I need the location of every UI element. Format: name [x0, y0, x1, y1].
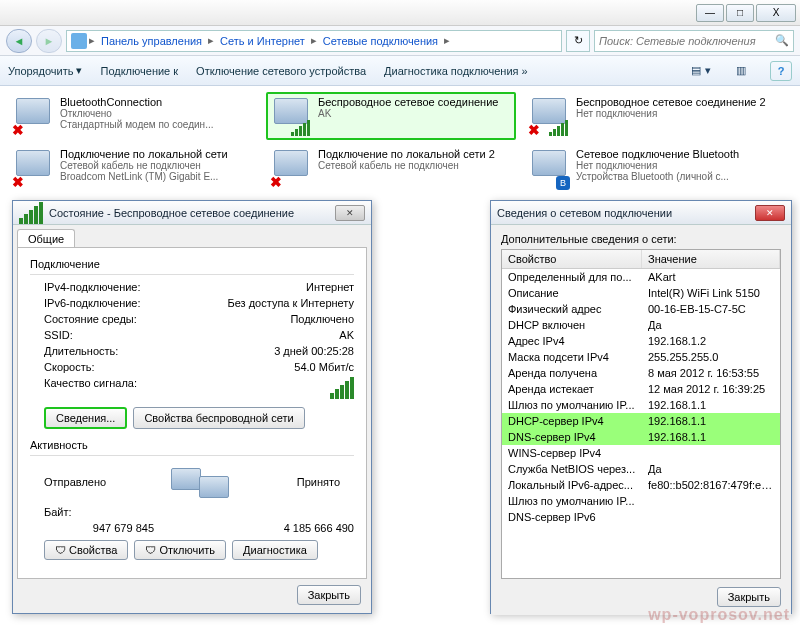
- status-dialog: Состояние - Беспроводное сетевое соедине…: [12, 200, 372, 614]
- table-row[interactable]: Локальный IPv6-адрес...fe80::b502:8167:4…: [502, 477, 780, 493]
- property-cell: DNS-сервер IPv4: [502, 430, 642, 444]
- sent-label: Отправлено: [44, 476, 106, 488]
- breadcrumb[interactable]: ▸ Панель управления ▸ Сеть и Интернет ▸ …: [66, 30, 562, 52]
- value-cell: [642, 494, 780, 508]
- table-row[interactable]: Шлюз по умолчанию IP...192.168.1.1: [502, 397, 780, 413]
- close-button[interactable]: Закрыть: [717, 587, 781, 607]
- connect-to-button[interactable]: Подключение к: [100, 65, 178, 77]
- breadcrumb-item[interactable]: Сеть и Интернет: [216, 35, 309, 47]
- close-button[interactable]: Закрыть: [297, 585, 361, 605]
- dialog-title: Состояние - Беспроводное сетевое соедине…: [49, 207, 329, 219]
- chevron-right-icon: ▸: [208, 34, 214, 47]
- dialog-title: Сведения о сетевом подключении: [497, 207, 749, 219]
- connection-item[interactable]: Беспроводное сетевое соединениеAK: [266, 92, 516, 140]
- value-cell: 192.168.1.2: [642, 334, 780, 348]
- value-cell: 255.255.255.0: [642, 350, 780, 364]
- table-row[interactable]: Аренда истекает12 мая 2012 г. 16:39:25: [502, 381, 780, 397]
- properties-button[interactable]: 🛡 Свойства: [44, 540, 128, 560]
- table-row[interactable]: DNS-сервер IPv6: [502, 509, 780, 525]
- connection-item[interactable]: ✖Подключение по локальной сетиСетевой ка…: [8, 144, 258, 192]
- property-cell: DHCP включен: [502, 318, 642, 332]
- property-cell: Маска подсети IPv4: [502, 350, 642, 364]
- value-cell: [642, 446, 780, 460]
- connection-status: Сетевой кабель не подключен: [318, 160, 512, 171]
- tab-general[interactable]: Общие: [17, 229, 75, 247]
- connection-item[interactable]: ✖Подключение по локальной сети 2Сетевой …: [266, 144, 516, 192]
- chevron-right-icon: ▸: [311, 34, 317, 47]
- back-button[interactable]: ◄: [6, 29, 32, 53]
- connection-item[interactable]: BСетевое подключение BluetoothНет подклю…: [524, 144, 774, 192]
- table-row[interactable]: DNS-сервер IPv4192.168.1.1: [502, 429, 780, 445]
- property-cell: Шлюз по умолчанию IP...: [502, 398, 642, 412]
- table-row[interactable]: Физический адрес00-16-EB-15-C7-5C: [502, 301, 780, 317]
- dialog-titlebar[interactable]: Сведения о сетевом подключении ✕: [491, 201, 791, 225]
- value-cell: 00-16-EB-15-C7-5C: [642, 302, 780, 316]
- col-value-header[interactable]: Значение: [642, 250, 780, 268]
- details-button[interactable]: Сведения...: [44, 407, 127, 429]
- connection-item[interactable]: ✖BluetoothConnectionОтключеноСтандартный…: [8, 92, 258, 140]
- chevron-down-icon: »: [522, 65, 528, 77]
- search-input[interactable]: 🔍: [594, 30, 794, 52]
- refresh-button[interactable]: ↻: [566, 30, 590, 52]
- ipv4-value: Интернет: [306, 281, 354, 293]
- view-mode-button[interactable]: ▤ ▾: [690, 61, 712, 81]
- dialog-close-button[interactable]: ✕: [335, 205, 365, 221]
- forward-button[interactable]: ►: [36, 29, 62, 53]
- ipv6-value: Без доступа к Интернету: [227, 297, 354, 309]
- connection-name: Беспроводное сетевое соединение: [318, 96, 512, 108]
- close-button[interactable]: X: [756, 4, 796, 22]
- connection-icon: [270, 96, 312, 138]
- disable-button[interactable]: 🛡 Отключить: [134, 540, 226, 560]
- connection-item[interactable]: ✖Беспроводное сетевое соединение 2Нет по…: [524, 92, 774, 140]
- table-row[interactable]: Шлюз по умолчанию IP...: [502, 493, 780, 509]
- dialog-titlebar[interactable]: Состояние - Беспроводное сетевое соедине…: [13, 201, 371, 225]
- connection-icon: B: [528, 148, 570, 190]
- help-button[interactable]: ?: [770, 61, 792, 81]
- media-state-value: Подключено: [290, 313, 354, 325]
- property-cell: Физический адрес: [502, 302, 642, 316]
- breadcrumb-item[interactable]: Панель управления: [97, 35, 206, 47]
- wireless-properties-button[interactable]: Свойства беспроводной сети: [133, 407, 304, 429]
- table-row[interactable]: ОписаниеIntel(R) WiFi Link 5150: [502, 285, 780, 301]
- property-cell: Аренда истекает: [502, 382, 642, 396]
- table-row[interactable]: Маска подсети IPv4255.255.255.0: [502, 349, 780, 365]
- dialog-close-button[interactable]: ✕: [755, 205, 785, 221]
- group-connection-label: Подключение: [30, 258, 354, 270]
- disable-device-button[interactable]: Отключение сетевого устройства: [196, 65, 366, 77]
- bytes-received-value: 4 185 666 490: [244, 522, 354, 534]
- search-field[interactable]: [599, 35, 775, 47]
- connection-status: AK: [318, 108, 512, 119]
- col-property-header[interactable]: Свойство: [502, 250, 642, 268]
- table-row[interactable]: DHCP включенДа: [502, 317, 780, 333]
- property-cell: Локальный IPv6-адрес...: [502, 478, 642, 492]
- table-row[interactable]: Адрес IPv4192.168.1.2: [502, 333, 780, 349]
- table-row[interactable]: DHCP-сервер IPv4192.168.1.1: [502, 413, 780, 429]
- chevron-right-icon: ▸: [89, 34, 95, 47]
- maximize-button[interactable]: □: [726, 4, 754, 22]
- signal-quality-label: Качество сигнала:: [44, 377, 330, 399]
- preview-pane-button[interactable]: ▥: [730, 61, 752, 81]
- details-subtitle: Дополнительные сведения о сети:: [501, 233, 781, 245]
- minimize-button[interactable]: —: [696, 4, 724, 22]
- diagnose-button[interactable]: Диагностика: [232, 540, 318, 560]
- table-row[interactable]: Аренда получена8 мая 2012 г. 16:53:55: [502, 365, 780, 381]
- table-row[interactable]: Определенный для по...AKart: [502, 269, 780, 285]
- connection-name: Беспроводное сетевое соединение 2: [576, 96, 770, 108]
- breadcrumb-item[interactable]: Сетевые подключения: [319, 35, 442, 47]
- ssid-label: SSID:: [44, 329, 339, 341]
- table-row[interactable]: WINS-сервер IPv4: [502, 445, 780, 461]
- connection-device: Устройства Bluetooth (личной с...: [576, 171, 770, 182]
- signal-bars-icon: [330, 377, 354, 399]
- ipv4-label: IPv4-подключение:: [44, 281, 306, 293]
- value-cell: 192.168.1.1: [642, 430, 780, 444]
- value-cell: Да: [642, 318, 780, 332]
- property-cell: Адрес IPv4: [502, 334, 642, 348]
- property-cell: DHCP-сервер IPv4: [502, 414, 642, 428]
- diagnose-button[interactable]: Диагностика подключения »: [384, 65, 528, 77]
- table-row[interactable]: Служба NetBIOS через...Да: [502, 461, 780, 477]
- ipv6-label: IPv6-подключение:: [44, 297, 227, 309]
- property-cell: WINS-сервер IPv4: [502, 446, 642, 460]
- duration-label: Длительность:: [44, 345, 274, 357]
- connection-icon: ✖: [12, 96, 54, 138]
- organize-menu[interactable]: Упорядочить ▾: [8, 64, 82, 77]
